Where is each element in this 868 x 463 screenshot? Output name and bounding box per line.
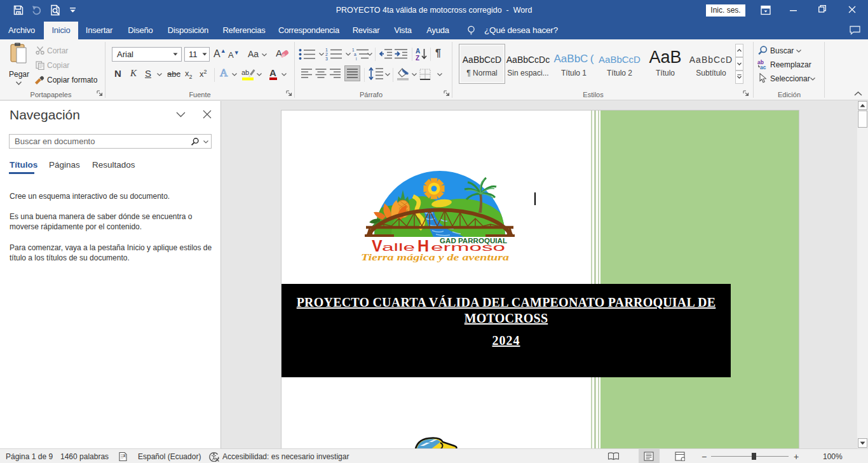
svg-text:x̄: x̄ xyxy=(123,453,126,459)
svg-text:2: 2 xyxy=(325,52,328,57)
svg-text:ab: ab xyxy=(241,69,249,76)
svg-text:i: i xyxy=(356,57,356,60)
svg-text:A: A xyxy=(416,48,420,55)
svg-text:Tierra mágica y de aventura: Tierra mágica y de aventura xyxy=(361,252,509,262)
svg-text:1: 1 xyxy=(325,48,328,52)
svg-text:ac: ac xyxy=(760,64,766,70)
svg-text:1: 1 xyxy=(352,48,355,52)
svg-text:a: a xyxy=(354,52,356,57)
svg-text:Z: Z xyxy=(416,55,419,61)
svg-text:3: 3 xyxy=(325,57,328,60)
